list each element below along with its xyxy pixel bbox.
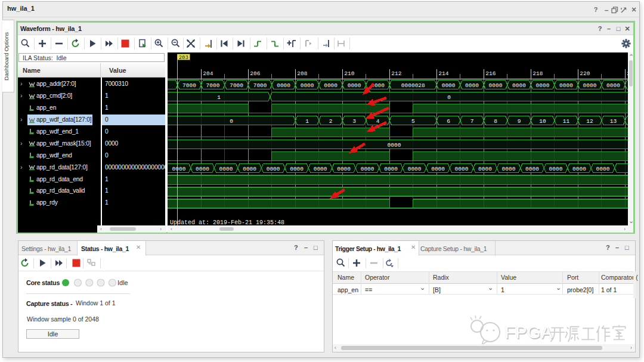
svg-text:1: 1 [217, 94, 221, 101]
svg-text:0000: 0000 [408, 166, 422, 172]
svg-text:203: 203 [179, 55, 188, 61]
svg-text:7000: 7000 [182, 82, 196, 89]
svg-text:0000: 0000 [525, 166, 539, 172]
svg-text:0: 0 [447, 94, 451, 101]
svg-text:0000: 0000 [559, 82, 573, 89]
svg-text:1: 1 [305, 118, 309, 125]
svg-text:0000: 0000 [337, 166, 351, 172]
svg-text:0000: 0000 [596, 166, 610, 172]
svg-text:0000: 0000 [324, 82, 338, 89]
svg-text:12: 12 [586, 118, 593, 125]
svg-text:7000: 7000 [206, 82, 220, 89]
svg-text:0000: 0000 [384, 166, 398, 172]
svg-text:0000: 0000 [277, 82, 290, 89]
svg-text:7000: 7000 [230, 82, 243, 89]
svg-text:0000028: 0000028 [401, 82, 425, 89]
svg-text:7000: 7000 [253, 82, 267, 89]
svg-text:0000: 0000 [348, 82, 361, 89]
svg-text:0000: 0000 [196, 166, 209, 172]
svg-text:0000: 0000 [583, 82, 597, 89]
svg-text:0000: 0000 [267, 166, 280, 172]
svg-text:4: 4 [376, 118, 380, 125]
svg-text:10: 10 [539, 118, 546, 125]
svg-text:0000: 0000 [465, 82, 479, 89]
svg-text:0000: 0000 [536, 82, 550, 89]
svg-text:220: 220 [580, 70, 590, 77]
svg-text:0000: 0000 [512, 82, 526, 89]
svg-text:210: 210 [344, 70, 354, 77]
svg-text:0000: 0000 [442, 82, 456, 89]
svg-text:0000: 0000 [314, 166, 327, 172]
svg-text:0000: 0000 [489, 82, 503, 89]
svg-text:3: 3 [352, 118, 356, 125]
svg-text:0000: 0000 [606, 82, 620, 89]
svg-text:5: 5 [411, 118, 415, 125]
svg-text:2: 2 [329, 118, 333, 125]
svg-text:0000: 0000 [219, 166, 233, 172]
svg-text:218: 218 [532, 70, 543, 77]
svg-text:216: 216 [485, 70, 496, 77]
svg-text:0000: 0000 [572, 166, 586, 172]
svg-text:0000: 0000 [361, 166, 374, 172]
svg-text:0000: 0000 [243, 166, 256, 172]
svg-text:0000: 0000 [502, 166, 516, 172]
svg-text:0000: 0000 [455, 166, 469, 172]
svg-text:206: 206 [250, 70, 260, 77]
svg-text:11: 11 [563, 118, 570, 125]
svg-text:0000: 0000 [172, 166, 186, 172]
svg-text:7: 7 [470, 118, 474, 125]
svg-text:0000: 0000 [301, 82, 314, 89]
svg-text:204: 204 [203, 70, 213, 77]
svg-text:Updated at: 2019-Feb-21 19:35:: Updated at: 2019-Feb-21 19:35:48 [170, 219, 284, 226]
svg-text:0000: 0000 [388, 142, 401, 148]
svg-text:8: 8 [494, 118, 497, 125]
svg-text:212: 212 [391, 70, 401, 77]
svg-text:0000: 0000 [478, 166, 492, 172]
svg-text:6: 6 [447, 118, 450, 125]
svg-text:13: 13 [610, 118, 617, 125]
svg-text:9: 9 [518, 118, 521, 125]
svg-text:0000: 0000 [431, 166, 445, 172]
svg-text:0000: 0000 [549, 166, 563, 172]
svg-text:0000: 0000 [290, 166, 304, 172]
svg-text:214: 214 [438, 70, 448, 77]
svg-text:0: 0 [230, 118, 233, 125]
svg-text:208: 208 [297, 70, 307, 77]
